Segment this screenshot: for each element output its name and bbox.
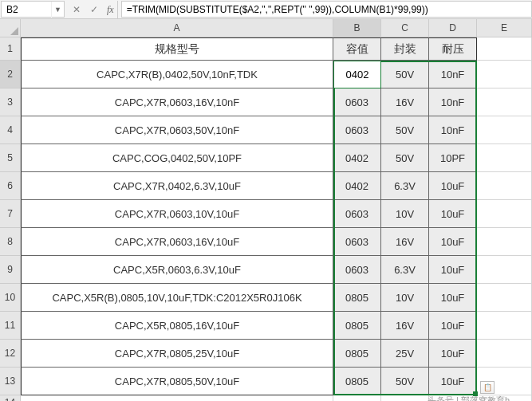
col-header-A[interactable]: A xyxy=(21,19,333,37)
cell-A[interactable]: CAPC,X7R(B),0402,50V,10nF,TDK xyxy=(21,61,333,88)
row-header[interactable]: 6 xyxy=(0,172,21,200)
cell-C[interactable]: 封装 xyxy=(381,37,429,61)
cell-E[interactable] xyxy=(477,200,532,228)
cell-A[interactable]: CAPC,X5R,0603,6.3V,10uF xyxy=(21,256,333,284)
cell-E[interactable] xyxy=(477,284,532,312)
row-header[interactable]: 7 xyxy=(0,200,21,228)
select-all-corner[interactable] xyxy=(0,19,21,37)
cell-E[interactable] xyxy=(477,228,532,256)
cancel-icon[interactable]: ✕ xyxy=(69,1,85,18)
name-box-dropdown-icon[interactable]: ▼ xyxy=(51,2,64,18)
cell-B[interactable]: 0805 xyxy=(333,312,381,340)
cell-B[interactable]: 0603 xyxy=(333,256,381,284)
cell-A[interactable]: CAPC,X7R,0805,50V,10uF xyxy=(21,368,333,395)
cell-E[interactable] xyxy=(477,256,532,284)
row-header[interactable]: 13 xyxy=(0,368,21,395)
cell-A[interactable]: CAPC,X5R,0805,16V,10uF xyxy=(21,312,333,340)
paste-options-icon[interactable]: 📋 xyxy=(480,381,495,394)
cell-E[interactable] xyxy=(477,312,532,340)
row-header[interactable]: 5 xyxy=(0,144,21,172)
name-box[interactable]: B2 ▼ xyxy=(1,1,65,18)
cell-C[interactable]: 50V xyxy=(381,144,429,172)
cell-E[interactable] xyxy=(477,88,532,116)
cell-B[interactable]: 0805 xyxy=(333,284,381,312)
enter-icon[interactable]: ✓ xyxy=(86,1,102,18)
row-header[interactable]: 3 xyxy=(0,88,21,116)
row-header[interactable]: 9 xyxy=(0,256,21,284)
fx-icon[interactable]: fx xyxy=(104,1,118,18)
col-header-B[interactable]: B xyxy=(333,19,381,37)
cell-E[interactable] xyxy=(477,144,532,172)
cell-B[interactable] xyxy=(333,395,381,401)
table-row: 2CAPC,X7R(B),0402,50V,10nF,TDK040250V10n… xyxy=(0,61,532,88)
cell-B[interactable]: 0603 xyxy=(333,228,381,256)
cell-B[interactable]: 0402 xyxy=(333,61,381,88)
cell-B[interactable]: 0603 xyxy=(333,200,381,228)
cell-D[interactable]: 10uF xyxy=(429,256,477,284)
row-header[interactable]: 14 xyxy=(0,395,21,401)
cell-A[interactable]: CAPC,X7R,0603,16V,10uF xyxy=(21,228,333,256)
cell-A[interactable]: CAPC,X7R,0603,10V,10uF xyxy=(21,200,333,228)
cell-D[interactable]: 10PF xyxy=(429,144,477,172)
cell-A[interactable]: CAPC,X7R,0805,25V,10uF xyxy=(21,340,333,368)
cell-A[interactable] xyxy=(21,395,333,401)
cell-B[interactable]: 0402 xyxy=(333,144,381,172)
table-row: 1规格型号容值封装耐压 xyxy=(0,37,532,61)
col-header-E[interactable]: E xyxy=(477,19,532,37)
table-row: 8CAPC,X7R,0603,16V,10uF060316V10uF xyxy=(0,228,532,256)
cell-E[interactable] xyxy=(477,172,532,200)
name-box-value[interactable]: B2 xyxy=(2,4,51,15)
cell-D[interactable]: 10nF xyxy=(429,88,477,116)
row-header[interactable]: 4 xyxy=(0,116,21,144)
cell-C[interactable]: 10V xyxy=(381,200,429,228)
cell-B[interactable]: 0603 xyxy=(333,116,381,144)
cell-E[interactable] xyxy=(477,37,532,61)
cell-A[interactable]: CAPC,COG,0402,50V,10PF xyxy=(21,144,333,172)
row-header[interactable]: 2 xyxy=(0,61,21,88)
cell-C[interactable]: 50V xyxy=(381,368,429,395)
cell-C[interactable]: 16V xyxy=(381,228,429,256)
cell-A[interactable]: 规格型号 xyxy=(21,37,333,61)
cell-D[interactable]: 10nF xyxy=(429,61,477,88)
row-header[interactable]: 12 xyxy=(0,340,21,368)
cell-C[interactable]: 16V xyxy=(381,88,429,116)
cell-A[interactable]: CAPC,X7R,0402,6.3V,10uF xyxy=(21,172,333,200)
column-headers: A B C D E xyxy=(21,19,532,37)
cell-B[interactable]: 0805 xyxy=(333,368,381,395)
row-header[interactable]: 1 xyxy=(0,37,21,61)
col-header-D[interactable]: D xyxy=(429,19,477,37)
cell-D[interactable]: 10uF xyxy=(429,312,477,340)
cell-B[interactable]: 容值 xyxy=(333,37,381,61)
rows-area: 1规格型号容值封装耐压2CAPC,X7R(B),0402,50V,10nF,TD… xyxy=(0,37,532,401)
cell-A[interactable]: CAPC,X7R,0603,16V,10nF xyxy=(21,88,333,116)
cell-C[interactable] xyxy=(381,395,429,401)
cell-B[interactable]: 0805 xyxy=(333,340,381,368)
cell-C[interactable]: 50V xyxy=(381,61,429,88)
cell-E[interactable] xyxy=(477,340,532,368)
cell-D[interactable]: 10nF xyxy=(429,116,477,144)
cell-B[interactable]: 0603 xyxy=(333,88,381,116)
cell-E[interactable] xyxy=(477,61,532,88)
cell-E[interactable] xyxy=(477,116,532,144)
cell-C[interactable]: 50V xyxy=(381,116,429,144)
cell-D[interactable]: 10uF xyxy=(429,200,477,228)
row-header[interactable]: 10 xyxy=(0,284,21,312)
cell-A[interactable]: CAPC,X7R,0603,50V,10nF xyxy=(21,116,333,144)
cell-A[interactable]: CAPC,X5R(B),0805,10V,10uF,TDK:C2012X5R0J… xyxy=(21,284,333,312)
cell-C[interactable]: 10V xyxy=(381,284,429,312)
cell-C[interactable]: 25V xyxy=(381,340,429,368)
cell-D[interactable]: 10uF xyxy=(429,368,477,395)
row-header[interactable]: 11 xyxy=(0,312,21,340)
cell-B[interactable]: 0402 xyxy=(333,172,381,200)
row-header[interactable]: 8 xyxy=(0,228,21,256)
formula-input[interactable]: =TRIM(MID(SUBSTITUTE($A2,",",REPT(" ",99… xyxy=(121,1,532,18)
cell-C[interactable]: 6.3V xyxy=(381,256,429,284)
cell-D[interactable]: 10uF xyxy=(429,340,477,368)
cell-D[interactable]: 10uF xyxy=(429,172,477,200)
cell-D[interactable]: 10uF xyxy=(429,228,477,256)
cell-C[interactable]: 6.3V xyxy=(381,172,429,200)
col-header-C[interactable]: C xyxy=(381,19,429,37)
cell-C[interactable]: 16V xyxy=(381,312,429,340)
cell-D[interactable]: 耐压 xyxy=(429,37,477,61)
cell-D[interactable]: 10uF xyxy=(429,284,477,312)
